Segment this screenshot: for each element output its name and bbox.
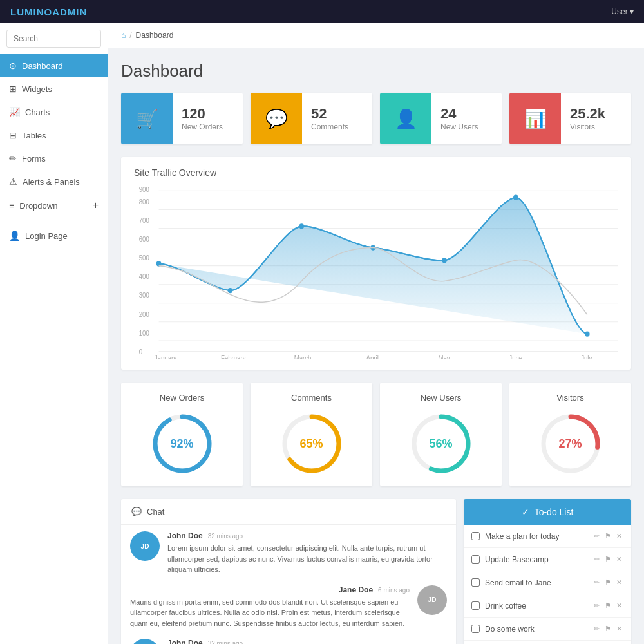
chat-msg-name-1: John Doe	[167, 531, 203, 540]
donut-label-comments: 65%	[299, 437, 323, 451]
sidebar-item-forms[interactable]: ✏Forms	[0, 147, 108, 170]
chart-section: Site Traffic Overview 0 100 200 300 400 …	[121, 157, 631, 370]
todo-item-4: Drink coffee ✏ ⚑ ✕	[464, 594, 631, 618]
svg-text:300: 300	[139, 292, 149, 299]
todo-flag-btn-4[interactable]: ⚑	[603, 600, 612, 611]
todo-delete-btn-4[interactable]: ✕	[615, 600, 623, 611]
sidebar-item-dashboard[interactable]: ⊙Dashboard	[0, 54, 108, 77]
donut-title-visitors: Visitors	[520, 393, 621, 402]
donut-wrapper-new-orders: 92%	[150, 412, 214, 476]
todo-edit-btn-1[interactable]: ✏	[592, 531, 601, 542]
sidebar-link-forms[interactable]: ✏Forms	[0, 147, 108, 170]
chat-msg-time-3: 32 mins ago	[208, 640, 243, 644]
chat-avatar-2: JD	[417, 585, 447, 615]
chat-avatar-1: JD	[130, 531, 160, 561]
sidebar-item-login[interactable]: 👤Login Page	[0, 224, 108, 247]
sidebar-item-label: Charts	[25, 108, 50, 117]
nav-plus-icon[interactable]: +	[93, 200, 99, 211]
todo-flag-btn-1[interactable]: ⚑	[603, 531, 612, 542]
stat-card-orders: 🛒 120 New Orders	[121, 93, 243, 144]
nav-icon-tables: ⊟	[9, 130, 17, 140]
donut-card-new-users: New Users 56%	[380, 383, 502, 486]
svg-text:June: June	[509, 355, 522, 359]
svg-text:400: 400	[139, 273, 149, 280]
chat-header: 💬 Chat	[121, 499, 456, 525]
stat-number-orders: 120	[182, 106, 223, 122]
stat-number-visitors: 25.2k	[570, 106, 605, 122]
todo-checkbox-3[interactable]	[471, 578, 480, 587]
todo-flag-btn-2[interactable]: ⚑	[603, 554, 612, 565]
nav-icon-widgets: ⊞	[9, 84, 17, 94]
sidebar-item-dropdown[interactable]: ≡Dropdown+	[0, 193, 108, 218]
svg-text:January: January	[155, 355, 176, 359]
svg-text:May: May	[438, 355, 450, 359]
stat-label-comments: Comments	[311, 122, 348, 131]
main-content: ⌂ / Dashboard Dashboard 🛒 120 New Orders…	[108, 23, 644, 644]
brand-prefix: LUMINO	[10, 6, 52, 17]
home-icon[interactable]: ⌂	[121, 31, 126, 40]
donut-label-new-orders: 92%	[170, 437, 193, 451]
sidebar-link-alerts[interactable]: ⚠Alerts & Panels	[0, 170, 108, 193]
svg-text:February: February	[221, 355, 246, 359]
todo-item-text-1: Make a plan for today	[485, 532, 587, 541]
sidebar-link-tables[interactable]: ⊟Tables	[0, 124, 108, 147]
chat-msg-text-1: Lorem ipsum dolor sit amet, consectetur …	[167, 543, 447, 575]
chat-msg-name-2: Jane Doe	[339, 585, 373, 594]
sidebar-item-label: Forms	[22, 154, 46, 164]
chat-avatar-3: JD	[130, 639, 160, 644]
todo-checkbox-4[interactable]	[471, 601, 480, 610]
nav-icon-login: 👤	[9, 231, 20, 241]
sidebar-nav: ⊙Dashboard⊞Widgets📈Charts⊟Tables✏Forms⚠A…	[0, 54, 108, 247]
sidebar-link-charts[interactable]: 📈Charts	[0, 100, 108, 124]
todo-edit-btn-5[interactable]: ✏	[592, 623, 601, 634]
todo-header: ✓ To-do List	[464, 499, 631, 525]
todo-delete-btn-5[interactable]: ✕	[615, 623, 623, 634]
stat-number-comments: 52	[311, 106, 348, 122]
nav-icon-alerts: ⚠	[9, 176, 17, 187]
todo-item-text-5: Do some work	[485, 625, 587, 634]
breadcrumb: ⌂ / Dashboard	[108, 23, 644, 48]
sidebar-item-charts[interactable]: 📈Charts	[0, 100, 108, 124]
donut-cards: New Orders 92% Comments 65% New Users 56…	[121, 383, 631, 486]
sidebar-link-widgets[interactable]: ⊞Widgets	[0, 77, 108, 100]
sidebar-item-tables[interactable]: ⊟Tables	[0, 124, 108, 147]
todo-delete-btn-3[interactable]: ✕	[615, 577, 623, 588]
chat-messages: JD John Doe 32 mins ago Lorem ipsum dolo…	[121, 525, 456, 644]
svg-text:0: 0	[139, 348, 143, 355]
chart-dot	[442, 258, 447, 263]
stat-info-visitors: 25.2k Visitors	[561, 99, 614, 138]
todo-edit-btn-3[interactable]: ✏	[592, 577, 601, 588]
stat-label-visitors: Visitors	[570, 122, 605, 131]
svg-text:800: 800	[139, 198, 149, 205]
todo-flag-btn-3[interactable]: ⚑	[603, 577, 612, 588]
chat-message-1: JD John Doe 32 mins ago Lorem ipsum dolo…	[130, 531, 447, 575]
nav-icon-dropdown: ≡	[9, 200, 14, 211]
stat-icon-orders: 🛒	[121, 93, 173, 144]
todo-checkbox-5[interactable]	[471, 625, 480, 633]
chat-msg-time-2: 6 mins ago	[378, 587, 410, 594]
sidebar-item-label: Login Page	[25, 231, 68, 241]
stat-label-orders: New Orders	[182, 122, 223, 131]
sidebar-link-dashboard[interactable]: ⊙Dashboard	[0, 54, 108, 77]
todo-flag-btn-5[interactable]: ⚑	[603, 623, 612, 634]
todo-icon: ✓	[522, 507, 529, 517]
todo-edit-btn-2[interactable]: ✏	[592, 554, 601, 565]
sidebar-link-dropdown[interactable]: ≡Dropdown+	[0, 193, 108, 218]
todo-checkbox-2[interactable]	[471, 555, 480, 564]
stat-label-users: New Users	[440, 122, 478, 131]
todo-checkbox-1[interactable]	[471, 532, 480, 540]
sidebar-link-login[interactable]: 👤Login Page	[0, 224, 108, 247]
todo-list: Make a plan for today ✏ ⚑ ✕ Update Basec…	[464, 525, 631, 644]
todo-item-actions-5: ✏ ⚑ ✕	[592, 623, 623, 634]
sidebar-item-alerts[interactable]: ⚠Alerts & Panels	[0, 170, 108, 193]
todo-item-actions-3: ✏ ⚑ ✕	[592, 577, 623, 588]
sidebar-item-widgets[interactable]: ⊞Widgets	[0, 77, 108, 100]
todo-delete-btn-1[interactable]: ✕	[615, 531, 623, 542]
search-input[interactable]	[6, 30, 101, 48]
chat-msg-text-2: Mauris dignissim porta enim, sed commodo…	[130, 597, 410, 629]
todo-edit-btn-4[interactable]: ✏	[592, 600, 601, 611]
todo-delete-btn-2[interactable]: ✕	[615, 554, 623, 565]
user-menu[interactable]: User ▾	[611, 7, 634, 16]
todo-item-actions-1: ✏ ⚑ ✕	[592, 531, 623, 542]
todo-section: ✓ To-do List Make a plan for today ✏ ⚑ ✕…	[464, 499, 631, 644]
